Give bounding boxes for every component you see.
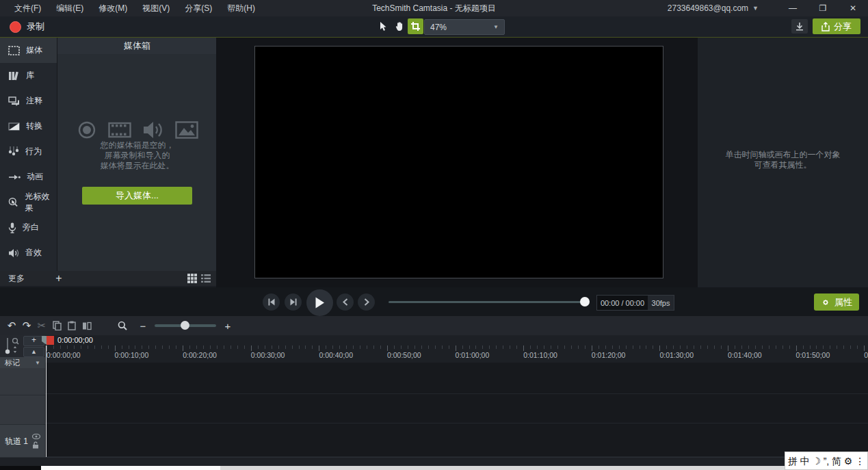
previous-button[interactable] [337,293,354,311]
sidebar-item-cursor-effects[interactable]: 光标效果 [0,190,57,215]
marker-dropdown[interactable]: 标记 ▼ [0,357,45,368]
redo-button[interactable]: ↷ [19,318,34,333]
more-button[interactable]: 更多 [0,273,51,285]
add-track-button[interactable]: + [23,336,44,346]
menu-item-0[interactable]: 文件(F) [7,0,49,16]
sidebar-item-audio-effects[interactable]: 音效 [0,240,57,265]
list-view-icon[interactable] [201,274,211,283]
ime-item-6[interactable]: ⋮ [855,456,865,466]
close-button[interactable]: ✕ [838,0,868,16]
ime-item-4[interactable]: 简 [832,456,841,466]
ime-toolbar[interactable]: 拼中☽”,简⚙⋮ [785,452,868,470]
timeline-hscrollbar[interactable] [0,457,868,467]
fps-value[interactable]: 30fps [648,296,674,310]
scissors-icon: ✂ [38,319,47,332]
menu-item-3[interactable]: 视图(V) [135,0,177,16]
track-height-slider[interactable] [4,337,21,356]
ruler-label-11: 0:01:50;00 [796,351,830,359]
annotations-icon [8,96,20,106]
track-1-header[interactable]: 轨道 1 [0,425,45,458]
sidebar-item-voice-narration[interactable]: 旁白 [0,215,57,240]
paste-button[interactable] [64,318,79,333]
seek-slider-thumb[interactable] [580,297,590,306]
cut-button[interactable]: ✂ [34,318,49,333]
menu-item-2[interactable]: 修改(M) [91,0,135,16]
ime-item-2[interactable]: ☽ [812,456,821,466]
ime-item-0[interactable]: 拼 [788,456,798,466]
ime-item-3[interactable]: ”, [824,456,830,466]
sidebar-item-annotations[interactable]: 注释 [0,88,57,114]
lock-icon[interactable] [32,441,39,449]
timeline-zoom-slider-thumb[interactable] [181,321,189,330]
playback-bar: 00:00 / 00:00 30fps 属性 [0,287,868,316]
properties-hint: 单击时间轴或画布上的一个对象 可查看其属性。 [698,150,868,170]
select-tool-button[interactable] [375,18,391,34]
sidebar-item-animations[interactable]: 动画 [0,164,57,190]
magnifier-icon [118,321,127,330]
account-menu[interactable]: 2733649863@qq.com ▼ [668,3,759,13]
time-display: 00:00 / 00:00 30fps [596,295,674,311]
pan-tool-button[interactable] [391,18,407,34]
media-icon [8,46,20,55]
taskbar-edge-white [41,466,220,470]
ruler-label-9: 0:01:30;00 [659,351,694,359]
eye-icon[interactable] [32,434,40,439]
properties-button[interactable]: 属性 [814,293,859,311]
ruler-label-12: 0:0 [864,351,868,359]
copy-button[interactable] [49,318,64,333]
import-media-button[interactable]: 导入媒体... [82,187,192,205]
share-button[interactable]: 分享 [813,18,860,34]
canvas-stage[interactable] [254,46,663,278]
playhead-out-handle[interactable] [47,336,54,345]
menu-item-4[interactable]: 分享(S) [177,0,220,16]
split-button[interactable] [79,318,94,333]
download-button[interactable] [791,19,808,34]
zoom-out-button[interactable]: − [135,318,150,333]
record-button[interactable]: 录制 [5,18,49,35]
library-icon [8,71,20,81]
step-forward-button[interactable] [285,293,302,311]
minimize-button[interactable]: — [778,0,808,16]
undo-button[interactable]: ↶ [4,318,19,333]
play-button[interactable] [306,289,333,316]
cursor-effects-icon [8,197,19,208]
microphone-icon [8,222,16,233]
sidebar-item-transitions[interactable]: 转换 [0,114,57,139]
sidebar-item-behaviors[interactable]: 行为 [0,139,57,164]
crop-tool-button[interactable] [408,18,423,34]
undo-icon: ↶ [8,319,16,332]
sidebar-item-library[interactable]: 库 [0,63,57,88]
behaviors-icon [8,146,19,157]
timeline-tracks[interactable] [45,363,868,457]
gear-icon [821,298,830,307]
ruler-label-3: 0:00:30;00 [251,351,285,359]
timeline-zoom-button[interactable] [115,318,130,333]
timeline-left-column: + ▲ 标记 ▼ 轨道 1 [0,335,45,457]
timeline-ruler[interactable]: 0:00:00;00 0:00:00;000:00:10;000:00:20;0… [45,335,868,363]
menu-item-5[interactable]: 帮助(H) [220,0,263,16]
collapse-tracks-button[interactable]: ▲ [23,347,44,357]
step-backward-button[interactable] [263,293,280,311]
media-type-icons [57,120,217,140]
restore-button[interactable]: ❐ [808,0,838,16]
menu-item-1[interactable]: 编辑(E) [49,0,91,16]
share-icon [821,22,830,31]
zoom-in-button[interactable]: + [220,318,235,333]
sidebar-item-media[interactable]: 媒体 [0,38,57,63]
canvas-area [216,38,698,287]
empty-track-header [0,395,45,425]
next-button[interactable] [358,293,375,311]
panel-bottom-bar: 更多 + [0,271,216,286]
ruler-label-1: 0:00:10;00 [115,351,149,359]
ime-item-5[interactable]: ⚙ [844,456,853,466]
seek-slider[interactable] [389,301,587,303]
crop-icon [410,21,421,31]
playhead-line [46,345,47,457]
add-tab-button[interactable]: + [51,272,67,285]
canvas-zoom-select[interactable]: 47% ▼ [424,19,505,35]
grid-view-icon[interactable] [187,274,197,283]
timeline-zoom-slider[interactable] [155,324,216,327]
recording-icon [77,120,97,140]
ime-item-1[interactable]: 中 [800,456,810,466]
paste-icon [68,321,76,330]
